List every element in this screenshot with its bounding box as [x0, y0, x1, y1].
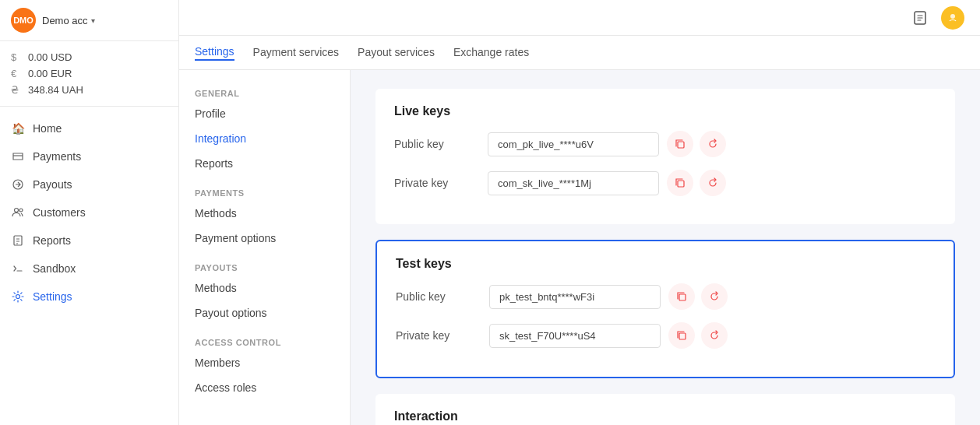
svg-rect-10: [679, 294, 686, 300]
live-keys-title: Live keys: [394, 104, 936, 118]
interaction-title: Interaction: [394, 409, 936, 423]
general-section-label: GENERAL: [179, 83, 350, 101]
live-keys-card: Live keys Public key Private key: [375, 89, 955, 224]
svg-point-7: [950, 14, 955, 19]
live-public-key-refresh-button[interactable]: [700, 131, 726, 157]
live-public-key-row: Public key: [394, 131, 936, 157]
test-private-key-input[interactable]: [489, 324, 661, 348]
live-private-key-actions: [667, 170, 726, 196]
test-public-key-copy-button[interactable]: [668, 283, 695, 310]
sub-nav-integration[interactable]: Integration: [179, 126, 350, 151]
usd-icon: $: [11, 51, 22, 63]
sub-nav-payment-options[interactable]: Payment options: [179, 226, 350, 251]
documentation-icon[interactable]: [908, 6, 932, 30]
tab-bar: Settings Payment services Payout service…: [179, 36, 980, 70]
sub-nav-members[interactable]: Members: [179, 350, 350, 375]
settings-icon: [11, 290, 25, 304]
top-bar: [179, 0, 980, 36]
test-private-key-actions: [668, 322, 728, 349]
test-private-key-row: Private key: [396, 322, 935, 349]
sub-nav-payout-methods[interactable]: Methods: [179, 276, 350, 300]
live-public-key-copy-button[interactable]: [667, 131, 693, 157]
test-private-key-label: Private key: [396, 329, 489, 342]
live-private-key-input[interactable]: [488, 171, 659, 195]
content-area: GENERAL Profile Integration Reports PAYM…: [179, 70, 980, 425]
test-public-key-row: Public key: [396, 283, 935, 310]
sidebar: DMO Demo acc ▾ $ 0.00 USD € 0.00 EUR ₴ 3…: [0, 0, 179, 425]
sidebar-item-customers[interactable]: Customers: [0, 198, 178, 227]
tab-payment-services[interactable]: Payment services: [253, 46, 339, 60]
sidebar-item-payments[interactable]: Payments: [0, 142, 178, 170]
balance-eur: € 0.00 EUR: [11, 65, 167, 82]
tab-exchange-rates[interactable]: Exchange rates: [453, 46, 529, 60]
sub-nav-access-roles[interactable]: Access roles: [179, 375, 350, 400]
sub-nav-methods[interactable]: Methods: [179, 201, 350, 226]
sub-sidebar: GENERAL Profile Integration Reports PAYM…: [179, 70, 351, 425]
test-public-key-input[interactable]: [489, 285, 661, 309]
svg-rect-8: [678, 142, 684, 148]
test-private-key-copy-button[interactable]: [668, 322, 695, 349]
chevron-down-icon: ▾: [91, 16, 95, 25]
reports-icon: [11, 234, 25, 248]
interaction-card: Interaction Callback URL https://example…: [375, 394, 955, 425]
svg-point-2: [19, 209, 23, 212]
user-avatar[interactable]: [941, 6, 964, 30]
sidebar-item-payouts[interactable]: Payouts: [0, 170, 178, 198]
live-private-key-refresh-button[interactable]: [700, 170, 726, 196]
sidebar-item-reports[interactable]: Reports: [0, 227, 178, 255]
sidebar-item-settings[interactable]: Settings: [0, 283, 178, 311]
test-keys-card: Test keys Public key Private key: [375, 240, 955, 378]
live-private-key-label: Private key: [394, 177, 488, 189]
live-public-key-label: Public key: [394, 138, 488, 150]
test-keys-title: Test keys: [396, 257, 935, 271]
payouts-icon: [11, 177, 25, 191]
top-bar-right: [908, 6, 964, 30]
payouts-section-label: PAYOUTS: [179, 257, 350, 276]
sidebar-item-sandbox[interactable]: Sandbox: [0, 255, 178, 283]
test-private-key-refresh-button[interactable]: [701, 322, 728, 349]
live-private-key-row: Private key: [394, 170, 936, 196]
svg-point-4: [16, 295, 20, 299]
payments-icon: [11, 149, 25, 163]
avatar: DMO: [11, 8, 36, 33]
main-content: Live keys Public key Private key: [351, 70, 980, 425]
sidebar-header: DMO Demo acc ▾: [0, 0, 178, 41]
test-public-key-label: Public key: [396, 290, 489, 303]
sub-nav-payout-options[interactable]: Payout options: [179, 300, 350, 325]
customers-icon: [11, 205, 25, 220]
nav-menu: 🏠 Home Payments Payouts Customers Rep: [0, 107, 178, 425]
svg-point-1: [15, 209, 19, 212]
sub-nav-profile[interactable]: Profile: [179, 101, 350, 126]
live-private-key-copy-button[interactable]: [667, 170, 693, 196]
eur-icon: €: [11, 68, 22, 79]
sidebar-item-home[interactable]: 🏠 Home: [0, 114, 178, 142]
svg-rect-11: [679, 333, 686, 339]
sandbox-icon: [11, 262, 25, 276]
tab-payout-services[interactable]: Payout services: [358, 46, 435, 60]
balance-section: $ 0.00 USD € 0.00 EUR ₴ 348.84 UAH: [0, 41, 178, 107]
access-section-label: ACCESS CONTROL: [179, 332, 350, 350]
main-area: Settings Payment services Payout service…: [179, 0, 980, 425]
test-public-key-refresh-button[interactable]: [701, 283, 728, 310]
live-public-key-actions: [667, 131, 726, 157]
account-dropdown[interactable]: Demo acc ▾: [42, 15, 95, 26]
svg-rect-9: [678, 181, 684, 187]
live-public-key-input[interactable]: [488, 132, 659, 156]
tab-settings[interactable]: Settings: [195, 45, 234, 61]
balance-uah: ₴ 348.84 UAH: [11, 82, 167, 98]
payments-section-label: PAYMENTS: [179, 182, 350, 201]
balance-usd: $ 0.00 USD: [11, 49, 167, 65]
home-icon: 🏠: [11, 121, 25, 135]
uah-icon: ₴: [11, 84, 22, 96]
sub-nav-reports[interactable]: Reports: [179, 151, 350, 176]
test-public-key-actions: [668, 283, 728, 310]
